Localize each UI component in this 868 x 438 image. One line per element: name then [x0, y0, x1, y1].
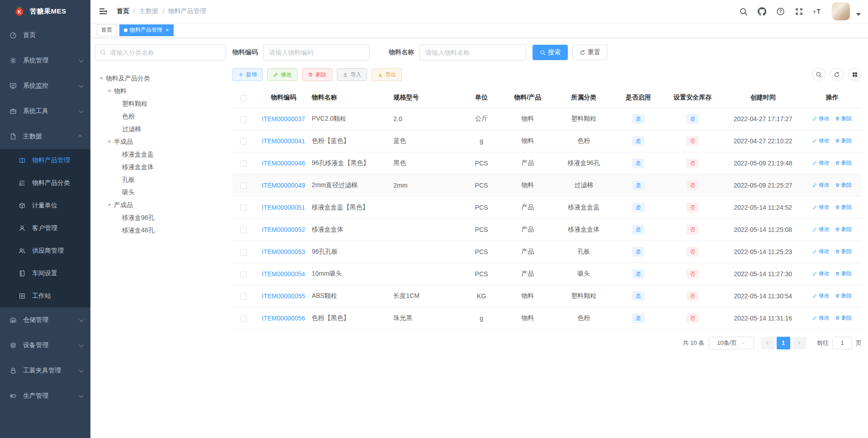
row-edit-link[interactable]: 修改	[812, 159, 830, 167]
caret-down-icon[interactable]	[97, 77, 106, 80]
prev-page-button[interactable]	[761, 337, 774, 349]
row-edit-link[interactable]: 修改	[812, 292, 830, 300]
row-checkbox[interactable]	[241, 160, 247, 167]
delete-button[interactable]: 删除	[302, 68, 332, 81]
tree-node-吸头[interactable]: 吸头	[95, 186, 226, 199]
safety-badge[interactable]: 否	[686, 247, 699, 257]
name-filter-input[interactable]	[420, 44, 526, 61]
material-code-link[interactable]: ITEM00000052	[262, 226, 305, 233]
row-checkbox[interactable]	[241, 316, 247, 322]
sidebar-item-客户管理[interactable]: 客户管理	[0, 217, 90, 240]
enabled-badge[interactable]: 是	[632, 291, 645, 301]
sidebar-item-供应商管理[interactable]: 供应商管理	[0, 240, 90, 262]
sidebar-item-工装夹具管理[interactable]: 工装夹具管理	[0, 358, 90, 383]
tag-首页[interactable]: 首页	[97, 24, 117, 36]
caret-down-icon[interactable]	[105, 90, 114, 93]
code-filter-input[interactable]	[263, 44, 370, 61]
enabled-badge[interactable]: 是	[632, 136, 645, 146]
sidebar-item-仓储管理[interactable]: 仓储管理	[0, 307, 90, 333]
row-delete-link[interactable]: 删除	[835, 181, 852, 189]
material-code-link[interactable]: ITEM00000054	[262, 270, 305, 278]
row-edit-link[interactable]: 修改	[812, 226, 830, 233]
caret-down-icon[interactable]	[105, 141, 114, 143]
tree-node-塑料颗粒[interactable]: 塑料颗粒	[95, 98, 226, 110]
row-delete-link[interactable]: 删除	[835, 159, 852, 167]
tree-node-移液盒48孔[interactable]: 移液盒48孔	[95, 224, 226, 237]
app-logo[interactable]: K 苦糖果MES	[0, 0, 90, 23]
tree-node-产成品[interactable]: 产成品	[95, 199, 226, 212]
search-button[interactable]: 搜索	[533, 45, 568, 60]
material-code-link[interactable]: ITEM00000041	[262, 137, 305, 145]
help-icon[interactable]: ?	[776, 7, 785, 16]
material-code-link[interactable]: ITEM00000055	[262, 292, 305, 300]
enabled-badge[interactable]: 是	[632, 180, 645, 190]
row-checkbox[interactable]	[241, 293, 247, 300]
row-edit-link[interactable]: 修改	[812, 181, 830, 189]
material-code-link[interactable]: ITEM00000046	[262, 160, 305, 167]
safety-badge[interactable]: 否	[686, 291, 699, 301]
breadcrumb-item[interactable]: 首页	[117, 7, 129, 15]
tree-node-过滤棉[interactable]: 过滤棉	[95, 123, 226, 136]
sidebar-item-主数据[interactable]: 主数据	[0, 124, 90, 149]
header-search-icon[interactable]	[739, 7, 748, 16]
row-delete-link[interactable]: 删除	[835, 137, 852, 145]
row-delete-link[interactable]: 删除	[835, 203, 852, 211]
tree-node-孔板[interactable]: 孔板	[95, 174, 226, 186]
avatar[interactable]	[832, 2, 850, 20]
category-search-input[interactable]	[95, 44, 226, 61]
sidebar-item-系统工具[interactable]: 系统工具	[0, 99, 90, 124]
safety-badge[interactable]: 否	[686, 136, 699, 146]
font-size-icon[interactable]: TT	[813, 7, 823, 15]
github-icon[interactable]	[758, 7, 766, 16]
column-settings-button[interactable]	[848, 68, 862, 81]
edit-button[interactable]: 修改	[267, 68, 297, 81]
material-code-link[interactable]: ITEM00000049	[262, 182, 305, 189]
fullscreen-icon[interactable]	[795, 7, 803, 16]
sidebar-item-生产管理[interactable]: 生产管理	[0, 383, 90, 409]
goto-page-input[interactable]	[832, 337, 852, 349]
sidebar-toggle-button[interactable]	[97, 5, 109, 18]
safety-badge[interactable]: 否	[686, 180, 699, 190]
enabled-badge[interactable]: 是	[632, 114, 645, 124]
material-code-link[interactable]: ITEM00000037	[262, 115, 305, 122]
material-code-link[interactable]: ITEM00000053	[262, 248, 305, 255]
tree-node-物料[interactable]: 物料	[95, 85, 226, 98]
sidebar-item-计量单位[interactable]: 计量单位	[0, 194, 90, 217]
caret-down-icon[interactable]	[856, 13, 861, 16]
tree-node-色粉[interactable]: 色粉	[95, 110, 226, 123]
page-size-select[interactable]: 10条/页	[709, 337, 754, 349]
row-delete-link[interactable]: 删除	[835, 292, 852, 300]
export-button[interactable]: 导出	[372, 68, 402, 81]
enabled-badge[interactable]: 是	[632, 203, 645, 212]
row-delete-link[interactable]: 删除	[835, 270, 852, 278]
safety-badge[interactable]: 否	[686, 269, 699, 279]
caret-down-icon[interactable]	[105, 204, 114, 207]
sidebar-item-物料产品分类[interactable]: 物料产品分类	[0, 172, 90, 194]
row-checkbox[interactable]	[241, 183, 247, 189]
row-checkbox[interactable]	[241, 271, 247, 278]
enabled-badge[interactable]: 是	[632, 158, 645, 168]
row-edit-link[interactable]: 修改	[812, 248, 830, 255]
row-checkbox[interactable]	[241, 227, 247, 233]
row-checkbox[interactable]	[241, 138, 247, 145]
refresh-button[interactable]	[830, 68, 844, 81]
enabled-badge[interactable]: 是	[632, 247, 645, 257]
next-page-button[interactable]	[793, 337, 806, 349]
enabled-badge[interactable]: 是	[632, 313, 645, 323]
add-button[interactable]: 新增	[232, 68, 263, 81]
row-delete-link[interactable]: 删除	[835, 314, 852, 322]
tag-物料产品管理[interactable]: 物料产品管理×	[119, 24, 174, 36]
row-checkbox[interactable]	[241, 249, 247, 255]
toggle-search-button[interactable]	[812, 68, 826, 81]
sidebar-item-首页[interactable]: 首页	[0, 23, 90, 48]
safety-badge[interactable]: 是	[686, 114, 699, 124]
sidebar-item-物料产品管理[interactable]: 物料产品管理	[0, 149, 90, 172]
safety-badge[interactable]: 否	[686, 313, 699, 323]
row-edit-link[interactable]: 修改	[812, 203, 830, 211]
row-delete-link[interactable]: 删除	[835, 248, 852, 255]
close-icon[interactable]: ×	[165, 27, 169, 33]
row-edit-link[interactable]: 修改	[812, 115, 830, 122]
tree-node-移液盒盒盖[interactable]: 移液盒盒盖	[95, 148, 226, 161]
sidebar-item-系统管理[interactable]: 系统管理	[0, 48, 90, 73]
tree-node-物料及产品分类[interactable]: 物料及产品分类	[95, 72, 226, 85]
